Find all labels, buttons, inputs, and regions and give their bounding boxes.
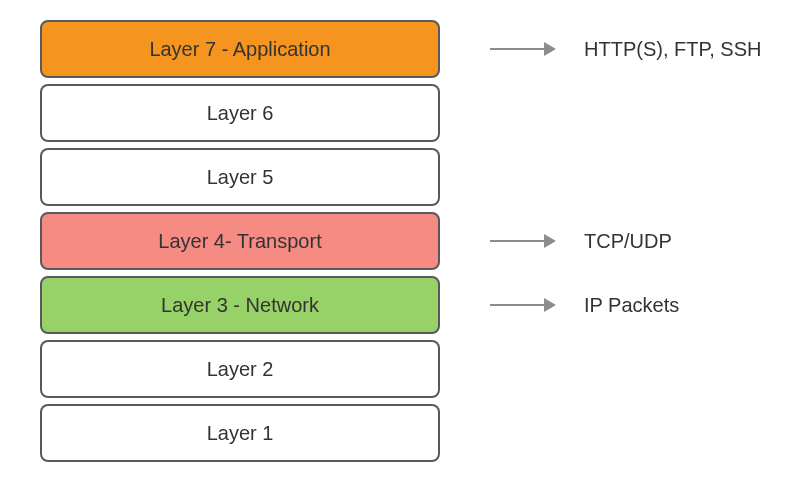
arrow-head: [544, 234, 556, 248]
layer-5: Layer 5: [40, 148, 440, 206]
arrow-icon: [490, 234, 556, 248]
layer-label: Layer 6: [207, 102, 274, 125]
annotation-label: HTTP(S), FTP, SSH: [584, 38, 761, 61]
layer-label: Layer 7 - Application: [149, 38, 330, 61]
layer-label: Layer 1: [207, 422, 274, 445]
layer-label: Layer 5: [207, 166, 274, 189]
arrow-icon: [490, 298, 556, 312]
layer-4-transport: Layer 4- Transport: [40, 212, 440, 270]
arrow-head: [544, 298, 556, 312]
layer-7-application: Layer 7 - Application: [40, 20, 440, 78]
layer-label: Layer 3 - Network: [161, 294, 319, 317]
layer-label: Layer 4- Transport: [158, 230, 321, 253]
layer-1: Layer 1: [40, 404, 440, 462]
annotation-layer-3: IP Packets: [490, 276, 679, 334]
annotation-layer-4: TCP/UDP: [490, 212, 672, 270]
arrow-icon: [490, 42, 556, 56]
arrow-line: [490, 48, 544, 50]
layer-label: Layer 2: [207, 358, 274, 381]
annotation-label: TCP/UDP: [584, 230, 672, 253]
layer-3-network: Layer 3 - Network: [40, 276, 440, 334]
layer-2: Layer 2: [40, 340, 440, 398]
arrow-head: [544, 42, 556, 56]
arrow-line: [490, 240, 544, 242]
osi-layer-diagram: Layer 7 - Application Layer 6 Layer 5 La…: [40, 20, 440, 462]
layer-6: Layer 6: [40, 84, 440, 142]
arrow-line: [490, 304, 544, 306]
layer-stack: Layer 7 - Application Layer 6 Layer 5 La…: [40, 20, 440, 462]
annotation-layer-7: HTTP(S), FTP, SSH: [490, 20, 761, 78]
annotation-label: IP Packets: [584, 294, 679, 317]
